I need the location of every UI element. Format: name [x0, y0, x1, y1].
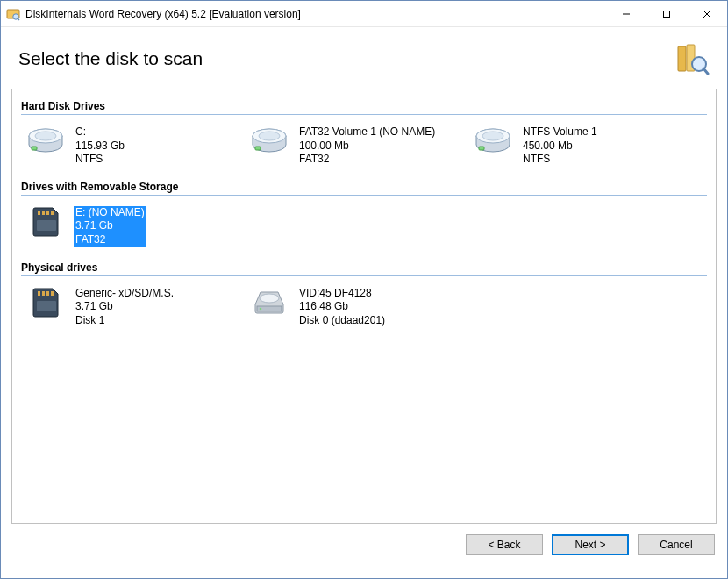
divider: [21, 114, 707, 115]
physical-disk-icon: [250, 285, 289, 320]
drive-labels: Generic- xD/SD/M.S. 3.71 Gb Disk 1: [72, 285, 177, 330]
drive-fs: NTFS: [521, 153, 599, 167]
window-title: DiskInternals Word Recovery (x64) 5.2 [E…: [25, 8, 606, 20]
drive-item-e[interactable]: E: (NO NAME) 3.71 Gb FAT32: [21, 201, 245, 253]
drive-labels: NTFS Volume 1 450.00 Mb NTFS: [519, 124, 601, 168]
page-header: Select the disk to scan: [1, 27, 727, 89]
drive-name: NTFS Volume 1: [521, 125, 599, 139]
removable-row: E: (NO NAME) 3.71 Gb FAT32: [21, 201, 707, 253]
drive-labels: E: (NO NAME) 3.71 Gb FAT32: [72, 204, 148, 249]
drive-size: 116.48 Gb: [297, 300, 387, 314]
drive-size: 100.00 Mb: [297, 139, 437, 154]
hard-drive-icon: [250, 124, 289, 159]
cancel-button[interactable]: Cancel: [638, 534, 715, 555]
divider: [21, 275, 707, 276]
drive-labels: C: 115.93 Gb NTFS: [72, 124, 128, 168]
drive-size: 450.00 Mb: [521, 139, 599, 154]
wizard-footer: < Back Next > Cancel: [1, 524, 727, 555]
drive-labels: FAT32 Volume 1 (NO NAME) 100.00 Mb FAT32: [296, 124, 439, 168]
drive-size: 3.71 Gb: [74, 219, 146, 233]
drive-fs: Disk 1: [74, 314, 175, 328]
drive-item-ntfsvol1[interactable]: NTFS Volume 1 450.00 Mb NTFS: [468, 120, 692, 172]
maximize-button[interactable]: [646, 1, 687, 27]
drive-fs: Disk 0 (ddaad201): [297, 314, 387, 328]
header-search-icon: [674, 41, 710, 76]
section-title-physical: Physical drives: [21, 261, 707, 274]
next-button[interactable]: Next >: [552, 534, 629, 555]
drive-item-fat32vol1[interactable]: FAT32 Volume 1 (NO NAME) 100.00 Mb FAT32: [245, 120, 468, 172]
section-title-removable: Drives with Removable Storage: [21, 181, 707, 193]
drive-item-disk0[interactable]: VID:45 DF4128 116.48 Gb Disk 0 (ddaad201…: [245, 282, 468, 333]
app-icon: [6, 7, 20, 21]
sd-card-icon: [26, 285, 65, 320]
drive-name: VID:45 DF4128: [297, 287, 387, 301]
page-title: Select the disk to scan: [18, 48, 674, 69]
sd-card-icon: [26, 204, 65, 239]
drive-name: E: (NO NAME): [74, 206, 146, 220]
svg-rect-20: [664, 11, 670, 17]
close-button[interactable]: [687, 1, 727, 27]
divider: [21, 195, 707, 196]
drive-item-c[interactable]: C: 115.93 Gb NTFS: [21, 120, 245, 172]
disk-list-panel: Hard Disk Drives C: 115.93 Gb NTFS FAT32…: [11, 89, 717, 524]
drive-size: 3.71 Gb: [74, 300, 175, 314]
drive-item-disk1[interactable]: Generic- xD/SD/M.S. 3.71 Gb Disk 1: [21, 282, 245, 333]
hdd-row: C: 115.93 Gb NTFS FAT32 Volume 1 (NO NAM…: [21, 120, 707, 172]
drive-fs: FAT32: [297, 153, 437, 167]
hard-drive-icon: [474, 124, 512, 159]
drive-name: C:: [74, 125, 126, 139]
drive-size: 115.93 Gb: [74, 139, 126, 154]
drive-name: Generic- xD/SD/M.S.: [74, 287, 175, 301]
titlebar: DiskInternals Word Recovery (x64) 5.2 [E…: [1, 1, 727, 27]
hard-drive-icon: [26, 124, 65, 159]
drive-name: FAT32 Volume 1 (NO NAME): [297, 125, 437, 139]
drive-fs: FAT32: [74, 233, 146, 247]
physical-row: Generic- xD/SD/M.S. 3.71 Gb Disk 1 VID:4…: [21, 282, 707, 333]
drive-fs: NTFS: [74, 153, 126, 167]
minimize-button[interactable]: [606, 1, 646, 27]
drive-labels: VID:45 DF4128 116.48 Gb Disk 0 (ddaad201…: [296, 285, 389, 330]
section-title-hdd: Hard Disk Drives: [21, 100, 707, 112]
back-button[interactable]: < Back: [466, 534, 543, 555]
